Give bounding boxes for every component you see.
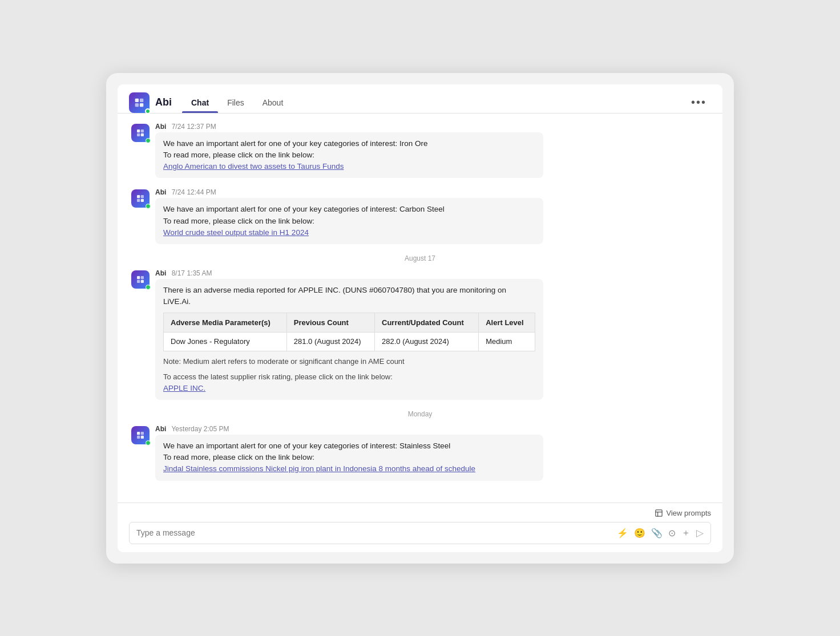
svg-rect-16 xyxy=(137,432,140,435)
msg6-link[interactable]: Jindal Stainless commissions Nickel pig … xyxy=(163,464,475,473)
msg1-text1: We have an important alert for one of yo… xyxy=(163,138,535,149)
svg-rect-6 xyxy=(137,133,140,136)
message-group-4: Abi 8/17 1:35 AM There is an adverse med… xyxy=(131,269,709,400)
svg-rect-2 xyxy=(135,103,139,106)
chat-window: Abi Chat Files About ••• xyxy=(118,84,722,552)
input-icons: ⚡ 🙂 📎 ⊙ ＋ ▷ xyxy=(617,527,704,539)
msg1-timestamp: 7/24 12:37 PM xyxy=(172,123,216,131)
header-title: Abi xyxy=(155,96,172,108)
date-divider-aug17: August 17 xyxy=(131,254,709,262)
message-input[interactable] xyxy=(136,528,612,537)
view-prompts-button[interactable]: View prompts xyxy=(129,509,711,517)
msg6-bubble: We have an important alert for one of yo… xyxy=(155,435,543,481)
svg-rect-20 xyxy=(656,509,662,516)
msg6-text2: To read more, please click on the link b… xyxy=(163,452,535,463)
svg-rect-9 xyxy=(141,195,144,198)
msg4-intro: There is an adverse media reported for A… xyxy=(163,285,535,308)
svg-rect-15 xyxy=(141,280,144,283)
msg2-text1: We have an important alert for one of yo… xyxy=(163,204,535,215)
svg-rect-8 xyxy=(137,195,140,198)
svg-rect-1 xyxy=(140,98,143,102)
msg1-link[interactable]: Anglo American to divest two assets to T… xyxy=(163,162,344,171)
chat-header: Abi Chat Files About ••• xyxy=(118,84,722,114)
msg2-meta: Abi 7/24 12:44 PM xyxy=(155,188,709,196)
svg-rect-18 xyxy=(137,436,140,439)
date-divider-monday: Monday xyxy=(131,410,709,418)
msg4-sender: Abi xyxy=(155,269,166,277)
message-group-6: Abi Yesterday 2:05 PM We have an importa… xyxy=(131,425,709,481)
svg-rect-0 xyxy=(135,98,139,102)
header-tabs: Chat Files About xyxy=(182,92,292,113)
more-options-button[interactable]: ••• xyxy=(686,94,711,111)
table-header-previous: Previous Count xyxy=(286,313,374,333)
message-input-row: ⚡ 🙂 📎 ⊙ ＋ ▷ xyxy=(129,522,711,544)
table-cell-current: 282.0 (August 2024) xyxy=(375,333,479,351)
abi-avatar-msg1 xyxy=(131,124,150,142)
svg-rect-4 xyxy=(137,129,140,132)
svg-rect-5 xyxy=(141,129,144,132)
message-group-2: Abi 7/24 12:44 PM We have an important a… xyxy=(131,188,709,244)
msg4-meta: Abi 8/17 1:35 AM xyxy=(155,269,709,277)
table-row: Dow Jones - Regulatory 281.0 (August 202… xyxy=(164,333,535,351)
msg4-link[interactable]: APPLE INC. xyxy=(163,384,205,392)
tab-files[interactable]: Files xyxy=(218,92,253,113)
msg1-text2: To read more, please click on the link b… xyxy=(163,149,535,161)
abi-avatar xyxy=(129,92,150,113)
msg6-sender: Abi xyxy=(155,425,166,433)
prompts-icon xyxy=(655,509,663,517)
msg1-meta: Abi 7/24 12:37 PM xyxy=(155,123,709,131)
msg1-bubble: We have an important alert for one of yo… xyxy=(155,132,543,179)
msg2-content: Abi 7/24 12:44 PM We have an important a… xyxy=(155,188,709,244)
loop-icon[interactable]: ⊙ xyxy=(668,528,676,538)
svg-rect-17 xyxy=(141,432,144,435)
view-prompts-label: View prompts xyxy=(666,509,711,517)
adverse-media-table: Adverse Media Parameter(s) Previous Coun… xyxy=(163,313,535,351)
table-cell-alert: Medium xyxy=(479,333,535,351)
tab-about[interactable]: About xyxy=(253,92,293,113)
msg1-content: Abi 7/24 12:37 PM We have an important a… xyxy=(155,123,709,179)
svg-rect-19 xyxy=(141,436,144,439)
msg6-text1: We have an important alert for one of yo… xyxy=(163,440,535,452)
table-header-current: Current/Updated Count xyxy=(375,313,479,333)
msg6-status xyxy=(146,440,151,445)
add-icon[interactable]: ＋ xyxy=(681,527,690,539)
abi-avatar-msg6 xyxy=(131,426,150,444)
msg2-timestamp: 7/24 12:44 PM xyxy=(172,188,216,196)
message-group-1: Abi 7/24 12:37 PM We have an important a… xyxy=(131,123,709,179)
svg-rect-10 xyxy=(137,199,140,202)
chat-footer: View prompts ⚡ 🙂 📎 ⊙ ＋ ▷ xyxy=(118,503,722,552)
messages-area: Abi 7/24 12:37 PM We have an important a… xyxy=(118,114,722,503)
msg4-note: Note: Medium alert refers to moderate or… xyxy=(163,356,535,367)
attach-icon[interactable]: 📎 xyxy=(651,528,663,538)
svg-rect-12 xyxy=(137,276,140,279)
msg1-sender: Abi xyxy=(155,123,166,131)
format-icon[interactable]: ⚡ xyxy=(617,528,628,538)
msg4-bubble: There is an adverse media reported for A… xyxy=(155,279,543,400)
msg4-status xyxy=(146,285,151,290)
abi-avatar-msg2 xyxy=(131,189,150,208)
msg1-status xyxy=(146,138,151,143)
outer-frame: Abi Chat Files About ••• xyxy=(106,73,734,564)
emoji-icon[interactable]: 🙂 xyxy=(634,528,645,538)
svg-rect-14 xyxy=(137,280,140,283)
abi-avatar-msg4 xyxy=(131,270,150,289)
msg2-sender: Abi xyxy=(155,188,166,196)
svg-rect-11 xyxy=(141,199,144,202)
table-header-alert: Alert Level xyxy=(479,313,535,333)
msg2-bubble: We have an important alert for one of yo… xyxy=(155,198,543,244)
msg6-meta: Abi Yesterday 2:05 PM xyxy=(155,425,709,433)
msg4-access: To access the latest supplier risk ratin… xyxy=(163,371,535,383)
msg2-status xyxy=(146,204,151,209)
send-button[interactable]: ▷ xyxy=(696,527,704,539)
msg4-timestamp: 8/17 1:35 AM xyxy=(172,269,212,277)
table-cell-parameter: Dow Jones - Regulatory xyxy=(164,333,287,351)
svg-rect-13 xyxy=(141,276,144,279)
msg2-link[interactable]: World crude steel output stable in H1 20… xyxy=(163,228,309,237)
svg-rect-3 xyxy=(140,103,143,106)
msg6-timestamp: Yesterday 2:05 PM xyxy=(171,425,229,433)
msg6-content: Abi Yesterday 2:05 PM We have an importa… xyxy=(155,425,709,481)
table-header-parameter: Adverse Media Parameter(s) xyxy=(164,313,287,333)
avatar-status-indicator xyxy=(145,108,151,114)
msg2-text2: To read more, please click on the link b… xyxy=(163,216,535,227)
tab-chat[interactable]: Chat xyxy=(182,92,218,113)
